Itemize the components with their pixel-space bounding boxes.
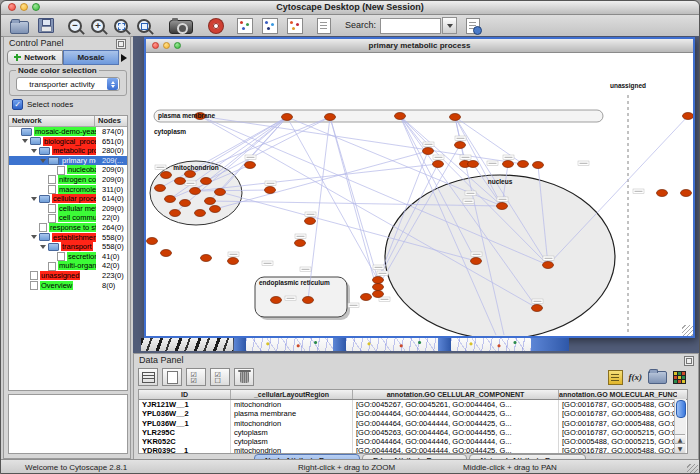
open-session-icon[interactable]	[10, 17, 29, 35]
window-edge[interactable]	[438, 338, 451, 351]
zoom-network-button[interactable]	[174, 42, 181, 49]
tree-row[interactable]: primary metabolic process209(...	[9, 156, 127, 166]
network-graph[interactable]: plasma membranecytoplasmmitochondrionnuc…	[146, 53, 693, 336]
tree-row[interactable]: unassigned223(0)	[9, 271, 127, 281]
float-panel-icon[interactable]	[116, 39, 126, 49]
expand-arrow-icon[interactable]	[40, 245, 46, 249]
attribute-list-icon[interactable]	[608, 370, 623, 385]
birds-eye-view[interactable]	[8, 394, 128, 454]
tree-row[interactable]: cellular process614(0)	[9, 194, 127, 204]
attribute-table-icon[interactable]	[138, 368, 158, 386]
delete-attribute-icon[interactable]	[234, 368, 254, 386]
window-edge[interactable]	[531, 338, 569, 351]
window-edge[interactable]	[234, 338, 246, 351]
zoom-selected-icon[interactable]	[114, 17, 128, 35]
graph-node	[303, 297, 314, 304]
tree-row[interactable]: mosaic-demo-yeast874(0)	[9, 127, 127, 137]
graph-node	[161, 172, 172, 179]
expand-arrow-icon[interactable]	[40, 159, 46, 163]
network-canvas[interactable]: plasma membranecytoplasmmitochondrionnuc…	[146, 53, 693, 336]
minimized-window-thumbnail[interactable]	[346, 338, 438, 351]
expand-arrow-icon[interactable]	[31, 149, 37, 153]
attribute-matrix-icon[interactable]	[673, 371, 686, 384]
float-panel-icon[interactable]	[684, 356, 694, 366]
minimize-network-button[interactable]	[163, 42, 170, 49]
search-dropdown-button[interactable]	[442, 17, 457, 34]
network-view-icon[interactable]	[237, 17, 253, 35]
tab-network[interactable]: Network	[7, 50, 63, 65]
help-ring-icon[interactable]	[209, 17, 223, 35]
scroll-down-arrow[interactable]: ▼	[675, 443, 685, 453]
table-column-header[interactable]: ID	[139, 390, 231, 399]
table-column-header[interactable]: annotation.GO CELLULAR_COMPONENT	[353, 390, 559, 399]
zoom-window-button[interactable]	[32, 3, 40, 11]
select-attributes-icon[interactable]	[186, 368, 206, 386]
minimize-window-button[interactable]	[20, 3, 28, 11]
tree-row[interactable]: metabolic process280(0)	[9, 146, 127, 156]
preferences-icon[interactable]	[466, 17, 480, 35]
table-row[interactable]: YLR295Ccytoplasm[GO:0045263, GO:0044464,…	[139, 428, 687, 437]
table-row[interactable]: YKR052Ccytoplasm[GO:0044464, GO:0044446,…	[139, 437, 687, 446]
tree-row-label: multi-organism pro	[58, 261, 96, 270]
tree-row[interactable]: macromolecule311(0)	[9, 185, 127, 195]
layout-blue-icon[interactable]	[262, 17, 278, 35]
table-vertical-scrollbar[interactable]: ▲ ▼	[674, 399, 686, 453]
minimized-window-thumbnail[interactable]	[451, 338, 531, 351]
minimized-window-thumbnail[interactable]	[141, 338, 233, 351]
tab-overflow-arrow[interactable]	[119, 50, 129, 65]
close-network-button[interactable]	[152, 42, 159, 49]
expand-arrow-icon[interactable]	[31, 235, 37, 239]
network-window-titlebar[interactable]: primary metabolic process	[146, 39, 693, 53]
table-cell: cytoplasm	[231, 437, 353, 446]
zoom-in-icon[interactable]: +	[91, 17, 105, 35]
network-file-icon	[48, 175, 56, 184]
tree-row-node-count: 22(0)	[102, 213, 120, 223]
zoom-out-icon[interactable]: −	[68, 17, 82, 35]
tree-row-node-count: 209(0)	[102, 165, 124, 175]
tree-row-label: establishment of lo	[52, 233, 96, 242]
table-row[interactable]: YPL036W__1mitochondrion[GO:0044464, GO:0…	[139, 419, 687, 428]
tree-row[interactable]: cell communicat22(0)	[9, 213, 127, 223]
tree-row[interactable]: biological_process651(0)	[9, 137, 127, 147]
tree-row[interactable]: nitrogen compo209(0)	[9, 175, 127, 185]
tree-row[interactable]: Overview8(0)	[9, 281, 127, 291]
tree-row[interactable]: establishment of lo558(0)	[9, 233, 127, 243]
expand-arrow-icon[interactable]	[31, 197, 37, 201]
tab-mosaic[interactable]: Mosaic	[63, 50, 119, 65]
minimized-window-thumbnail[interactable]	[246, 338, 333, 351]
node-color-dropdown[interactable]: transporter activity	[16, 77, 120, 91]
unselect-attributes-icon[interactable]	[210, 368, 230, 386]
search-input[interactable]	[380, 18, 441, 34]
select-nodes-checkbox[interactable]: ✓	[12, 99, 23, 110]
table-column-header[interactable]: annotation.GO MOLECULAR_FUNCTION	[559, 390, 677, 399]
network-window-resize-grip[interactable]	[682, 325, 693, 336]
window-titlebar: Cytoscape Desktop (New Session)	[1, 1, 699, 15]
tree-row[interactable]: response to stimulu264(0)	[9, 223, 127, 233]
graph-node	[305, 218, 316, 225]
annotation-icon[interactable]	[317, 17, 331, 35]
function-builder-icon[interactable]: f(x)	[629, 372, 643, 382]
tree-row[interactable]: secretion41(0)	[9, 252, 127, 262]
table-column-header[interactable]: _cellularLayoutRegion	[231, 390, 353, 399]
tree-row[interactable]: nucleobase-209(0)	[9, 165, 127, 175]
expand-arrow-icon[interactable]	[22, 139, 28, 143]
close-window-button[interactable]	[8, 3, 16, 11]
new-attribute-icon[interactable]	[162, 368, 182, 386]
network-desktop: primary metabolic process plasma membran…	[133, 36, 699, 353]
tree-column-nodes[interactable]: Nodes	[95, 116, 127, 126]
table-row[interactable]: YPL036W__2plasma membrane[GO:0044464, GO…	[139, 409, 687, 418]
layout-red-icon[interactable]	[287, 17, 303, 35]
table-row[interactable]: YDR039C__1mitochondrion[GO:0044464, GO:0…	[139, 446, 687, 454]
scrollbar-thumb[interactable]	[676, 400, 686, 418]
window-resize-grip[interactable]	[687, 464, 698, 474]
tree-row[interactable]: multi-organism pro42(0)	[9, 261, 127, 271]
import-attributes-icon[interactable]	[648, 371, 667, 384]
window-edge[interactable]	[333, 338, 346, 351]
zoom-fit-icon[interactable]	[137, 17, 151, 35]
tree-row[interactable]: cellular metabo209(0)	[9, 204, 127, 214]
snapshot-camera-icon[interactable]	[169, 17, 193, 35]
save-session-icon[interactable]	[38, 17, 54, 35]
tree-column-network[interactable]: Network	[9, 116, 95, 126]
tree-row[interactable]: transport558(0)	[9, 242, 127, 252]
table-row[interactable]: YJR121W__1mitochondrion[GO:0045267, GO:0…	[139, 400, 687, 409]
